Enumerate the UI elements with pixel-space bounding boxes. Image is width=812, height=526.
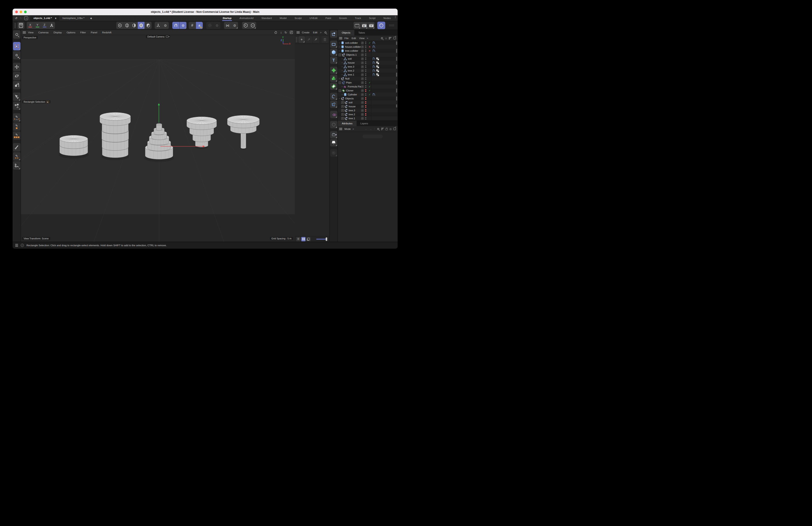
object-name[interactable]: soil: [348, 57, 361, 60]
enabled-check-icon[interactable]: ✓: [368, 42, 371, 44]
object-menu-edit[interactable]: Edit: [352, 37, 356, 40]
layer-toggle-icon[interactable]: ∕: [361, 54, 364, 56]
layout-item-track[interactable]: Track: [355, 17, 361, 19]
viewport-canvas[interactable]: Perspective Default Camera Rectangle Sel…: [21, 35, 295, 242]
phong-tag-icon[interactable]: [373, 49, 375, 52]
attribute-editor-area[interactable]: [338, 132, 397, 242]
multi-pen-icon[interactable]: ✎: [13, 131, 20, 140]
object-name[interactable]: Formula Field: [348, 85, 361, 88]
layer-toggle-icon[interactable]: ∕: [361, 97, 364, 100]
material-menu-icon[interactable]: [296, 31, 300, 33]
expand-icon[interactable]: +: [342, 109, 344, 112]
effector-icon[interactable]: [330, 67, 337, 74]
tag-area[interactable]: [371, 76, 397, 81]
viewport-menu-icon[interactable]: [23, 31, 26, 33]
object-name[interactable]: soil-collider: [345, 42, 361, 44]
bend-deformer-icon[interactable]: [330, 93, 337, 100]
volume-builder-icon[interactable]: [330, 75, 337, 82]
tag-area[interactable]: [371, 88, 397, 93]
material-grid-view-icon[interactable]: [301, 237, 306, 241]
tag-area[interactable]: [371, 109, 397, 112]
object-row[interactable]: tree.3∕: [338, 65, 397, 69]
layer-toggle-icon[interactable]: ∕: [361, 49, 364, 52]
camera-view-label[interactable]: Perspective: [22, 36, 38, 39]
viewport-menu-filter[interactable]: Filter: [80, 31, 86, 34]
quantize-lock-grid-icon[interactable]: #🔒: [196, 22, 203, 29]
object-name[interactable]: house.collider: [345, 45, 361, 48]
enabled-check-icon[interactable]: ✓: [368, 81, 371, 84]
sketch-spline-icon[interactable]: [13, 161, 20, 170]
tag-area[interactable]: [371, 65, 397, 69]
layer-toggle-icon[interactable]: ∕: [361, 113, 364, 116]
layer-toggle-icon[interactable]: ∕: [361, 101, 364, 104]
text-object-icon[interactable]: T: [330, 57, 337, 64]
object-row[interactable]: −Objects.1∕: [338, 53, 397, 57]
layout-item-standard[interactable]: Standard: [261, 17, 272, 19]
cylinder-stack-1[interactable]: [59, 135, 89, 158]
object-row[interactable]: Objects∕: [338, 97, 397, 100]
disabled-cross-icon[interactable]: ✕: [368, 49, 371, 52]
object-row[interactable]: +tree.3∕: [338, 109, 397, 112]
cube-primitive-icon[interactable]: [330, 48, 337, 56]
axis-gizmo[interactable]: Y Z X: [278, 37, 289, 47]
phong-tag-icon[interactable]: [373, 93, 375, 96]
object-row[interactable]: +tree.2∕: [338, 112, 397, 116]
attr-search-icon[interactable]: [377, 128, 379, 130]
visibility-dots[interactable]: [365, 93, 367, 96]
find-tool-icon[interactable]: [13, 30, 20, 39]
tag-area[interactable]: [371, 73, 397, 76]
visibility-dots[interactable]: [365, 97, 367, 100]
object-row[interactable]: +tree.1∕: [338, 116, 397, 120]
phong-tag-icon[interactable]: [373, 42, 375, 44]
select-move-tool-icon[interactable]: [13, 93, 20, 101]
visibility-dots[interactable]: [365, 85, 367, 88]
phong-tag-icon[interactable]: [373, 69, 375, 72]
home-icon[interactable]: ⌂: [24, 16, 28, 20]
tag-area[interactable]: [371, 85, 397, 88]
visibility-dots[interactable]: [365, 45, 367, 48]
pan-view-icon[interactable]: [274, 31, 278, 34]
enabled-check-icon[interactable]: ✓: [368, 93, 371, 96]
viewport-menu-cameras[interactable]: Cameras: [39, 31, 49, 34]
snap-magnet-icon[interactable]: [172, 22, 179, 29]
layer-toggle-icon[interactable]: ∕: [361, 77, 364, 80]
symmetry-icon[interactable]: ⋈: [224, 22, 231, 29]
object-search-icon[interactable]: [381, 37, 383, 39]
layout-item-startup[interactable]: Startup: [223, 17, 231, 19]
attribute-mode-label[interactable]: Mode: [345, 128, 351, 130]
object-row[interactable]: soil∕: [338, 57, 397, 61]
object-row[interactable]: house∕: [338, 61, 397, 65]
rectangle-selection-tool-icon[interactable]: ▶: [13, 42, 20, 51]
material-more-menu[interactable]: >: [320, 31, 321, 34]
lock-x-axis-button[interactable]: X: [27, 22, 34, 29]
object-name[interactable]: soil: [349, 101, 361, 104]
eyedropper-icon[interactable]: [313, 36, 319, 43]
workplane-settings-gear-icon[interactable]: ⚙: [162, 22, 169, 29]
attr-up-icon[interactable]: ↑: [374, 127, 375, 130]
tab-takes[interactable]: Takes: [354, 30, 369, 35]
layout-overflow-menu-icon[interactable]: ⋮: [393, 15, 397, 21]
layer-toggle-icon[interactable]: ∕: [361, 45, 364, 48]
collapse-icon[interactable]: −: [339, 54, 341, 56]
object-menu-view[interactable]: View: [359, 37, 364, 40]
visibility-dots[interactable]: [365, 65, 367, 68]
lock-z-axis-button[interactable]: Z: [41, 22, 48, 29]
texture-mode-icon[interactable]: [145, 22, 151, 29]
collapse-icon[interactable]: −: [339, 89, 341, 92]
tag-area[interactable]: [371, 93, 397, 97]
object-home-icon[interactable]: ⌂: [385, 37, 387, 40]
object-row[interactable]: Cylinder∕✓: [338, 93, 397, 97]
tag-area[interactable]: [371, 100, 397, 104]
layer-toggle-icon[interactable]: ∕: [361, 69, 364, 72]
object-row[interactable]: −Cloner∕✓: [338, 88, 397, 93]
material-preview-size-slider[interactable]: [316, 239, 328, 240]
uvw-tag-icon[interactable]: [376, 69, 379, 72]
layout-item-uvedit[interactable]: UVEdit: [309, 17, 318, 19]
enabled-check-icon[interactable]: ✓: [368, 89, 371, 92]
delete-material-trash-icon[interactable]: [321, 36, 328, 43]
toolbar-drag-handle[interactable]: [14, 23, 16, 28]
object-name[interactable]: Objects.1: [346, 54, 361, 56]
viewport-menu-display[interactable]: Display: [54, 31, 62, 34]
object-row[interactable]: +house∕: [338, 104, 397, 109]
object-name[interactable]: Plain: [346, 81, 361, 84]
